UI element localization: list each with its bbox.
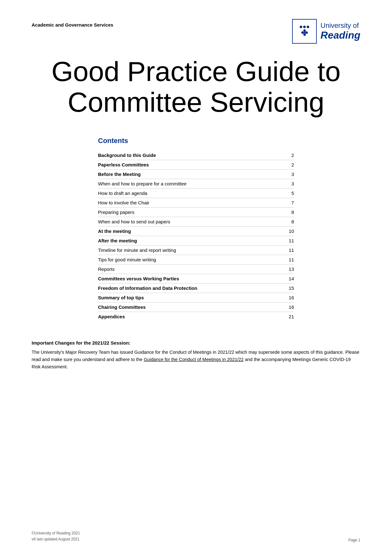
toc-row: Freedom of Information and Data Protecti… xyxy=(98,284,294,293)
toc-label: Chairing Committees xyxy=(98,304,285,310)
logo-dot-1 xyxy=(300,26,302,28)
toc-label: Background to this Guide xyxy=(98,153,285,158)
toc-row: Appendices21 xyxy=(98,312,294,321)
toc-row: After the meeting11 xyxy=(98,236,294,246)
toc-page-number: 2 xyxy=(285,162,294,167)
guidance-link[interactable]: Guidance for the Conduct of Meetings in … xyxy=(144,357,244,362)
contents-heading: Contents xyxy=(98,137,294,145)
toc-label: Reports xyxy=(98,266,285,272)
title-line2: Committee Servicing xyxy=(68,86,324,118)
toc-row: At the meeting10 xyxy=(98,227,294,236)
toc-label: Before the Meeting xyxy=(98,171,285,177)
footer-copyright: ©University of Reading 2021 xyxy=(32,530,80,536)
toc-page-number: 11 xyxy=(285,247,294,253)
toc-label: Paperless Committees xyxy=(98,162,285,167)
important-changes-body: The University's Major Recovery Team has… xyxy=(32,349,360,371)
department-label: Academic and Governance Services xyxy=(32,22,113,28)
footer-version: v6 last updated August 2021 xyxy=(32,536,80,542)
toc-row: Reports13 xyxy=(98,265,294,274)
toc-page-number: 11 xyxy=(285,238,294,243)
toc-row: When and how to send out papers8 xyxy=(98,217,294,227)
toc-label: Tips for good minute writing xyxy=(98,257,285,262)
toc-label: Summary of top tips xyxy=(98,295,285,300)
main-title-block: Good Practice Guide to Committee Servici… xyxy=(32,56,360,118)
university-logo: ✤ University of Reading xyxy=(292,19,360,44)
toc-row: Preparing papers8 xyxy=(98,208,294,217)
toc-label: When and how to prepare for a committee xyxy=(98,181,285,186)
table-of-contents: Background to this Guide2Paperless Commi… xyxy=(98,151,294,321)
toc-label: How to draft an agenda xyxy=(98,190,285,196)
toc-row: How to draft an agenda5 xyxy=(98,189,294,198)
toc-page-number: 5 xyxy=(285,190,294,196)
toc-page-number: 16 xyxy=(285,304,294,310)
toc-page-number: 21 xyxy=(285,314,294,319)
toc-page-number: 10 xyxy=(285,228,294,234)
page-footer: ©University of Reading 2021 v6 last upda… xyxy=(32,530,360,542)
toc-label: Appendices xyxy=(98,314,285,319)
logo-inner: ✤ xyxy=(300,26,309,37)
header-left: Academic and Governance Services xyxy=(32,19,113,28)
logo-text: University of Reading xyxy=(321,22,360,41)
footer-page-number: Page 1 xyxy=(348,538,360,542)
logo-dot-3 xyxy=(307,26,309,28)
toc-page-number: 2 xyxy=(285,153,294,158)
important-changes-section: Important Changes for the 2021/22 Sessio… xyxy=(32,340,360,371)
contents-section: Contents Background to this Guide2Paperl… xyxy=(98,137,294,321)
toc-label: Timeline for minute and report writing xyxy=(98,247,285,253)
title-line1: Good Practice Guide to xyxy=(52,56,341,87)
toc-page-number: 16 xyxy=(285,295,294,300)
logo-icon: ✤ xyxy=(292,19,317,44)
toc-page-number: 8 xyxy=(285,219,294,224)
toc-label: Freedom of Information and Data Protecti… xyxy=(98,285,285,291)
page-title: Good Practice Guide to Committee Servici… xyxy=(32,56,360,118)
toc-page-number: 7 xyxy=(285,200,294,205)
toc-page-number: 8 xyxy=(285,209,294,215)
page: Academic and Governance Services ✤ Unive… xyxy=(0,0,392,555)
toc-page-number: 13 xyxy=(285,266,294,272)
toc-row: How to involve the Chair7 xyxy=(98,198,294,208)
toc-row: Committees versus Working Parties14 xyxy=(98,274,294,284)
toc-row: Timeline for minute and report writing11 xyxy=(98,246,294,255)
logo-reading: Reading xyxy=(321,30,360,41)
toc-row: Summary of top tips16 xyxy=(98,293,294,302)
logo-dots-top xyxy=(300,26,309,28)
toc-page-number: 14 xyxy=(285,276,294,281)
toc-row: Before the Meeting3 xyxy=(98,170,294,179)
toc-label: How to involve the Chair xyxy=(98,200,285,205)
toc-row: Tips for good minute writing11 xyxy=(98,255,294,265)
toc-label: When and how to send out papers xyxy=(98,219,285,224)
toc-row: When and how to prepare for a committee3 xyxy=(98,179,294,189)
toc-label: After the meeting xyxy=(98,238,285,243)
toc-label: Committees versus Working Parties xyxy=(98,276,285,281)
header: Academic and Governance Services ✤ Unive… xyxy=(32,19,360,44)
toc-label: At the meeting xyxy=(98,228,285,234)
toc-page-number: 11 xyxy=(285,257,294,262)
logo-dot-2 xyxy=(303,26,306,28)
important-changes-title: Important Changes for the 2021/22 Sessio… xyxy=(32,340,360,346)
toc-row: Background to this Guide2 xyxy=(98,151,294,160)
toc-page-number: 3 xyxy=(285,181,294,186)
toc-label: Preparing papers xyxy=(98,209,285,215)
toc-row: Paperless Committees2 xyxy=(98,160,294,170)
logo-cross-symbol: ✤ xyxy=(301,29,308,37)
toc-row: Chairing Committees16 xyxy=(98,302,294,312)
logo-university-of: University of xyxy=(321,22,360,29)
toc-page-number: 3 xyxy=(285,171,294,177)
toc-page-number: 15 xyxy=(285,285,294,291)
footer-left: ©University of Reading 2021 v6 last upda… xyxy=(32,530,80,542)
